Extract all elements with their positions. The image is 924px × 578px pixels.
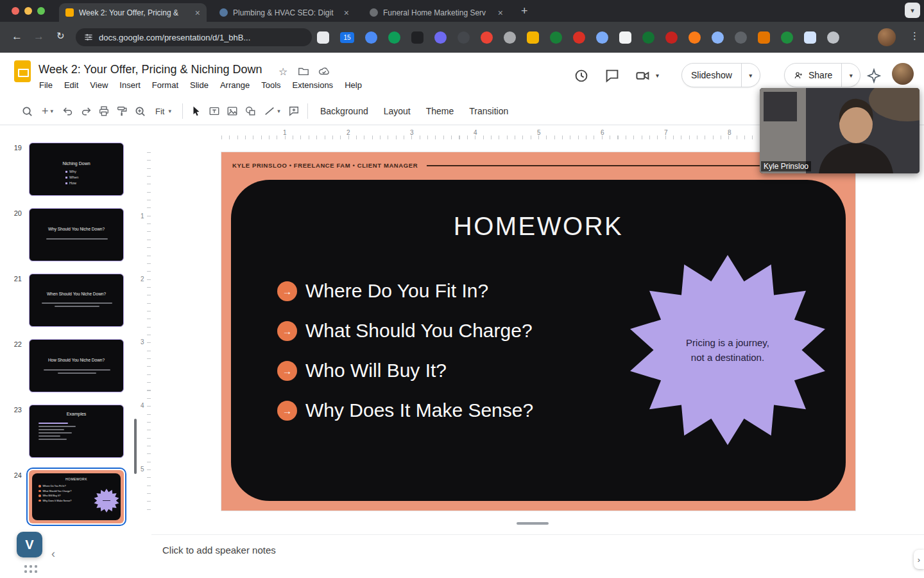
background-button[interactable]: Background (312, 106, 376, 116)
notes-divider[interactable] (151, 534, 924, 535)
browser-tab-plumbing[interactable]: Plumbing & HVAC SEO: Digit × (213, 3, 355, 22)
tab-close-icon[interactable]: × (498, 8, 503, 17)
slide-thumbnail-19[interactable]: Niching Down Why When How (29, 143, 124, 196)
forward-button[interactable]: → (33, 30, 44, 43)
extension-icon[interactable] (458, 31, 470, 44)
extension-icon[interactable] (504, 31, 516, 44)
menu-extensions[interactable]: Extensions (287, 78, 339, 92)
browser-menu-icon[interactable]: ⋮ (910, 30, 920, 42)
slide-thumbnail-22[interactable]: How Should You Niche Down? (29, 339, 124, 392)
slideshow-dropdown-icon[interactable]: ▾ (742, 72, 760, 79)
share-button[interactable]: Share (785, 64, 841, 87)
extension-icon[interactable] (619, 31, 631, 44)
extension-icon[interactable] (596, 31, 608, 44)
menu-format[interactable]: Format (146, 78, 184, 92)
undo-button[interactable] (59, 102, 77, 120)
filmstrip-scrollbar[interactable] (134, 419, 137, 474)
insert-line-icon[interactable]: ▾ (259, 102, 285, 120)
site-settings-icon[interactable] (84, 33, 93, 42)
extension-icon[interactable] (411, 31, 424, 44)
comments-icon[interactable] (604, 68, 620, 83)
account-avatar[interactable] (892, 63, 914, 85)
canvas-horizontal-scrollbar[interactable] (517, 522, 549, 525)
new-slide-button[interactable]: +▾ (36, 102, 59, 120)
slide-black-box[interactable]: HOMEWORK →Where Do You Fit In? →What Sho… (231, 180, 846, 501)
menu-view[interactable]: View (84, 78, 114, 92)
extension-icon[interactable] (550, 31, 562, 44)
menu-file[interactable]: File (33, 78, 58, 92)
insert-shape-icon[interactable] (241, 102, 259, 120)
bullet-row[interactable]: →Who Will Buy It? (277, 360, 533, 381)
tab-search-chevron-icon[interactable]: ▾ (905, 3, 920, 18)
zoom-icon[interactable] (131, 102, 149, 120)
text-box-icon[interactable] (205, 102, 223, 120)
slides-logo-icon[interactable] (14, 60, 31, 82)
layout-button[interactable]: Layout (376, 106, 418, 116)
slide-canvas[interactable]: KYLE PRINSLOO • FREELANCE FAM • CLIENT M… (221, 152, 855, 511)
reload-button[interactable]: ↻ (56, 30, 65, 42)
move-folder-icon[interactable] (298, 66, 309, 77)
extension-icon[interactable] (689, 31, 701, 44)
vertical-ruler[interactable] (147, 152, 151, 511)
window-zoom-button[interactable] (37, 7, 45, 15)
extension-icon[interactable] (434, 31, 447, 44)
back-button[interactable]: ← (12, 30, 22, 43)
speaker-notes-placeholder[interactable]: Click to add speaker notes (162, 545, 276, 556)
menu-arrange[interactable]: Arrange (214, 78, 255, 92)
extension-icon[interactable]: 15 (340, 32, 354, 43)
tab-close-icon[interactable]: × (195, 8, 200, 17)
extension-icon[interactable] (573, 31, 585, 44)
extension-icon[interactable] (735, 31, 747, 44)
theme-button[interactable]: Theme (418, 106, 462, 116)
extension-icon[interactable] (388, 31, 400, 44)
slide-bullet-list[interactable]: →Where Do You Fit In? →What Should You C… (277, 280, 533, 421)
drag-handle-dots-icon[interactable] (23, 564, 38, 574)
extension-icon[interactable] (804, 31, 816, 44)
paint-format-icon[interactable] (113, 102, 131, 120)
side-panel-chevron[interactable]: › (914, 550, 924, 569)
menu-insert[interactable]: Insert (114, 78, 146, 92)
insert-image-icon[interactable] (223, 102, 241, 120)
starburst-shape[interactable]: Pricing is a journey, not a destination. (628, 255, 828, 445)
browser-tab-funeral[interactable]: Funeral Home Marketing Serv × (363, 3, 509, 22)
address-bar[interactable]: docs.google.com/presentation/d/1_bhB... (76, 28, 312, 46)
meet-dropdown-icon[interactable]: ▾ (656, 72, 659, 79)
zoom-select[interactable]: Fit▾ (149, 107, 178, 116)
browser-profile-avatar[interactable] (878, 28, 896, 46)
menu-help[interactable]: Help (339, 78, 368, 92)
window-close-button[interactable] (12, 7, 19, 15)
extension-icon[interactable] (781, 31, 793, 44)
menu-slide[interactable]: Slide (184, 78, 214, 92)
extension-icon[interactable] (527, 31, 539, 44)
bullet-row[interactable]: →Where Do You Fit In? (277, 280, 533, 302)
extension-icon[interactable] (481, 31, 493, 44)
slide-thumbnail-20[interactable]: Why Should You Niche Down? (29, 208, 124, 261)
bullet-row[interactable]: →What Should You Charge? (277, 320, 533, 342)
menu-tools[interactable]: Tools (255, 78, 286, 92)
insert-comment-icon[interactable] (285, 102, 303, 120)
version-history-icon[interactable] (574, 68, 589, 83)
extension-icon[interactable] (665, 31, 678, 44)
bullet-row[interactable]: →Why Does It Make Sense? (277, 399, 533, 421)
webcam-overlay[interactable]: Kyle Prinsloo (760, 88, 920, 173)
extension-icon[interactable] (712, 31, 724, 44)
slide-title[interactable]: HOMEWORK (231, 212, 846, 241)
transition-button[interactable]: Transition (461, 106, 516, 116)
star-document-icon[interactable]: ☆ (278, 66, 287, 78)
gemini-sparkle-icon[interactable] (866, 68, 882, 83)
slide-thumbnail-24-selected[interactable]: HOMEWORK Where Do You Fit In? What Shoul… (29, 470, 124, 523)
window-minimize-button[interactable] (24, 7, 32, 15)
extension-icon[interactable] (758, 31, 770, 44)
select-tool-icon[interactable] (187, 102, 205, 120)
share-dropdown-icon[interactable]: ▾ (842, 72, 860, 79)
print-icon[interactable] (95, 102, 113, 120)
slideshow-button[interactable]: Slideshow (682, 64, 741, 87)
extension-icon[interactable] (317, 31, 329, 44)
meet-videocam-icon[interactable] (635, 68, 651, 83)
tab-close-icon[interactable]: × (344, 8, 349, 17)
collapse-chevron-icon[interactable]: ‹ (51, 547, 55, 561)
extension-icon[interactable] (642, 31, 654, 44)
new-tab-button[interactable]: + (521, 4, 528, 18)
slide-thumbnail-21[interactable]: When Should You Niche Down? (29, 274, 124, 327)
menu-edit[interactable]: Edit (58, 78, 84, 92)
